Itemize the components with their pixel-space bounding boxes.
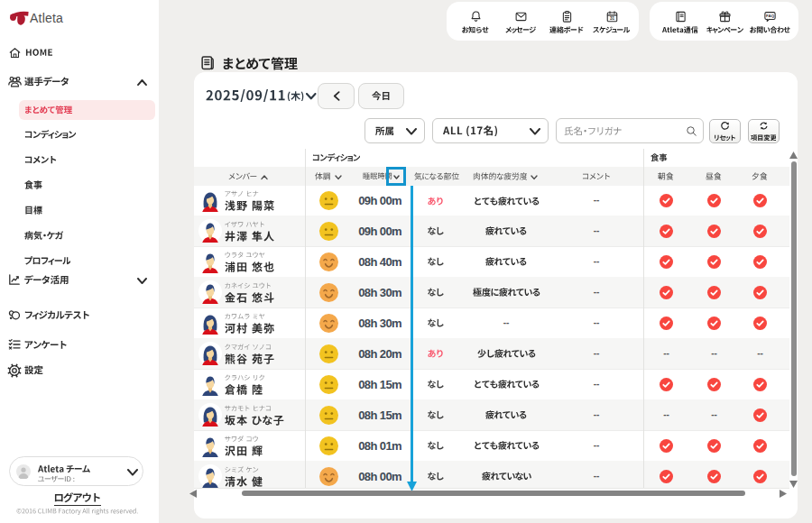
svg-text:FAQ: FAQ (766, 14, 775, 18)
svg-text:31: 31 (609, 15, 614, 20)
